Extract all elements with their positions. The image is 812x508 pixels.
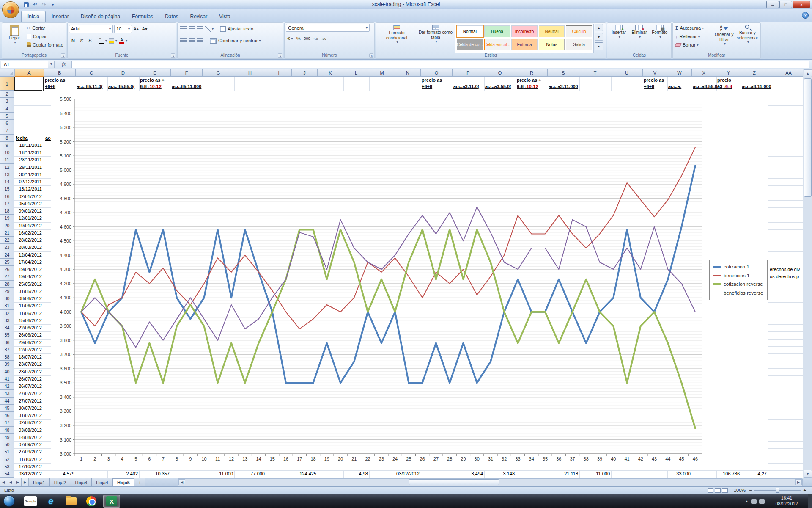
cell-style-normal[interactable]: Normal <box>457 25 483 37</box>
column-header-V[interactable]: V <box>643 69 667 77</box>
styles-scroll-down-button[interactable]: ▼ <box>595 33 603 41</box>
cell-a49[interactable]: 14/08/2012 <box>14 434 42 441</box>
sheet-tab-hoja1[interactable]: Hoja1 <box>29 478 50 486</box>
column-header-S[interactable]: S <box>548 69 579 77</box>
cell-style-entrada[interactable]: Entrada <box>511 39 538 50</box>
cell-a22[interactable]: 28/02/2012 <box>14 237 42 244</box>
cell-a32[interactable]: 11/06/2012 <box>14 310 42 317</box>
cell-a10[interactable]: 18/11/2011 <box>14 149 42 156</box>
insert-function-button[interactable]: fx <box>58 61 70 68</box>
scroll-left-button[interactable]: ◀ <box>178 479 185 485</box>
styles-more-button[interactable]: ▼ <box>595 42 603 50</box>
column-header-C[interactable]: C <box>76 69 107 77</box>
hidden-icons-button[interactable]: ▲ <box>745 500 749 503</box>
cell-style-salida[interactable]: Salida <box>566 39 592 50</box>
column-header-D[interactable]: D <box>107 69 139 77</box>
row-header-32[interactable]: 32 <box>0 310 14 317</box>
start-button[interactable] <box>3 495 15 507</box>
formula-input[interactable] <box>71 61 809 68</box>
row-header-13[interactable]: 13 <box>0 171 14 178</box>
scroll-right-button[interactable]: ▶ <box>795 479 802 485</box>
row-header-9[interactable]: 9 <box>0 142 14 149</box>
office-button[interactable] <box>2 1 19 18</box>
cell-a19[interactable]: 12/01/2012 <box>14 215 42 222</box>
find-select-button[interactable]: Buscar y seleccionar ▾ <box>736 24 759 53</box>
row-header-37[interactable]: 37 <box>0 346 14 353</box>
cell-a28[interactable]: 25/05/2012 <box>14 281 42 288</box>
selected-cell-a1[interactable] <box>14 77 44 91</box>
column-header-F[interactable]: F <box>171 69 203 77</box>
row-header-30[interactable]: 30 <box>0 295 14 302</box>
row-header-3[interactable]: 3 <box>0 98 14 105</box>
cell-style-buena[interactable]: Buena <box>484 25 510 37</box>
grow-font-button[interactable]: A▴ <box>132 25 140 33</box>
row-header-7[interactable]: 7 <box>0 127 14 134</box>
cell-s54[interactable]: 21.118 <box>549 470 578 478</box>
sheet-tab-hoja5[interactable]: Hoja5 <box>113 478 134 486</box>
align-bottom-button[interactable] <box>196 25 204 33</box>
row-header-54[interactable]: 54 <box>0 470 14 478</box>
cell-S1[interactable]: acc.a3.11.000 <box>549 77 589 91</box>
cell-a41[interactable]: 26/07/2012 <box>14 375 42 383</box>
taskbar-clock[interactable]: 16:41 08/12/2012 <box>767 495 806 507</box>
show-desktop-button[interactable] <box>808 494 812 508</box>
horizontal-scroll-thumb[interactable] <box>409 479 499 485</box>
row-header-8[interactable]: 8 <box>0 135 14 142</box>
cell-a14[interactable]: 02/12/2011 <box>14 178 42 185</box>
row-header-14[interactable]: 14 <box>0 178 14 185</box>
dialog-launcher-icon[interactable]: ↘ <box>171 53 175 58</box>
cell-d54[interactable]: 2.402 <box>108 470 138 478</box>
column-header-A[interactable]: A <box>14 69 44 77</box>
font-color-button[interactable]: A▾ <box>118 37 128 45</box>
format-cells-button[interactable]: ▦ Formato ▾ <box>650 24 670 53</box>
cell-a46[interactable]: 31/07/2012 <box>14 412 42 419</box>
row-header-12[interactable]: 12 <box>0 164 14 171</box>
cell-a27[interactable]: 19/04/2012 <box>14 273 42 280</box>
insert-cells-button[interactable]: + Insertar ▾ <box>609 24 629 53</box>
sheet-tab-hoja2[interactable]: Hoja2 <box>50 478 71 486</box>
column-header-T[interactable]: T <box>579 69 611 77</box>
cell-b54[interactable]: 4,579 <box>45 470 74 478</box>
clipped-cell-text[interactable]: os derechos p <box>770 273 803 280</box>
row-header-18[interactable]: 18 <box>0 207 14 215</box>
cell-a34[interactable]: 22/06/2012 <box>14 324 42 331</box>
cell-a48[interactable]: 03/08/2012 <box>14 427 42 434</box>
row-header-26[interactable]: 26 <box>0 266 14 273</box>
clipped-cell-text[interactable]: erechos de div <box>770 266 803 273</box>
dialog-launcher-icon[interactable]: ↘ <box>369 53 373 58</box>
row-header-49[interactable]: 49 <box>0 434 14 441</box>
row-header-38[interactable]: 38 <box>0 353 14 361</box>
cell-a35[interactable]: 26/06/2012 <box>14 331 42 339</box>
cell-a52[interactable]: 11/10/2012 <box>14 456 42 463</box>
cell-q54[interactable]: 3.148 <box>485 470 515 478</box>
copy-button[interactable]: Copiar <box>25 32 65 41</box>
row-header-39[interactable]: 39 <box>0 361 14 368</box>
autosum-button[interactable]: ΣAutosuma▾ <box>674 24 713 32</box>
zoom-slider-thumb[interactable] <box>776 488 779 493</box>
cell-a42[interactable]: 26/07/2012 <box>14 383 42 390</box>
styles-scroll-up-button[interactable]: ▲ <box>595 24 603 31</box>
row-header-16[interactable]: 16 <box>0 193 14 200</box>
row-header-52[interactable]: 52 <box>0 456 14 463</box>
sheet-tab-hoja4[interactable]: Hoja4 <box>92 478 113 486</box>
zoom-in-button[interactable]: + <box>804 488 806 493</box>
number-format-select[interactable]: General▾ <box>286 24 370 32</box>
align-middle-button[interactable] <box>187 25 196 33</box>
column-header-K[interactable]: K <box>318 69 343 77</box>
tab-inicio[interactable]: Inicio <box>21 11 46 22</box>
conditional-formatting-button[interactable]: Formato condicional ▾ <box>377 24 416 53</box>
cell-a36[interactable]: 29/06/2012 <box>14 339 42 346</box>
borders-button[interactable]: ▾ <box>98 37 108 45</box>
dialog-launcher-icon[interactable]: ↘ <box>61 53 65 58</box>
cell-a43[interactable]: 27/07/2012 <box>14 390 42 397</box>
column-header-P[interactable]: P <box>453 69 484 77</box>
paste-button[interactable]: Pegar ▾ <box>3 24 25 53</box>
column-header-Q[interactable]: Q <box>484 69 516 77</box>
column-header-I[interactable]: I <box>266 69 292 77</box>
cell-a50[interactable]: 07/09/2012 <box>14 441 42 448</box>
row-header-23[interactable]: 23 <box>0 244 14 251</box>
cell-style-neutral[interactable]: Neutral <box>539 25 565 37</box>
percent-button[interactable]: % <box>294 35 303 43</box>
cell-a17[interactable]: 05/01/2012 <box>14 200 42 207</box>
row-header-24[interactable]: 24 <box>0 251 14 259</box>
